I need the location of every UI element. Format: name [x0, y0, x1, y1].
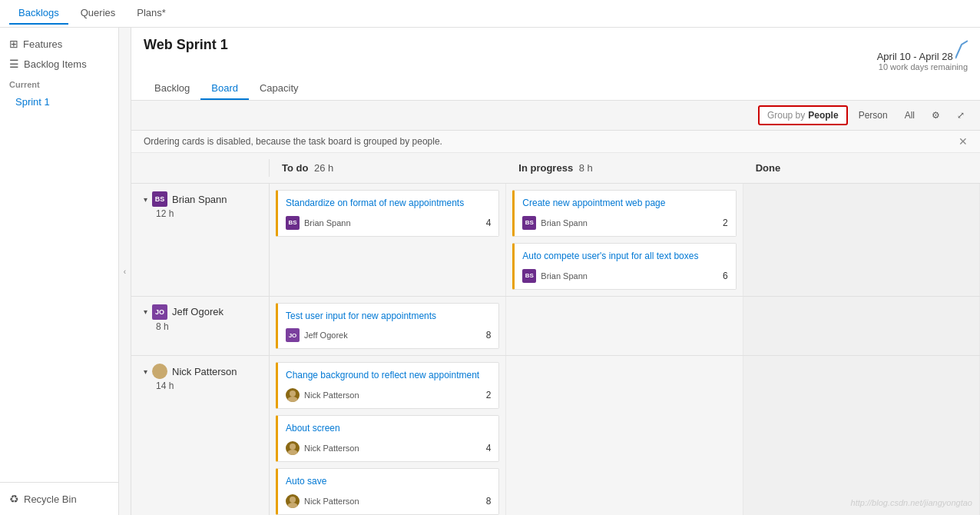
sprint-label: Sprint 1 — [15, 96, 50, 108]
nav-queries[interactable]: Queries — [71, 2, 125, 25]
board-notice-text: Ordering cards is disabled, because the … — [144, 136, 442, 147]
sidebar-current-section: Current — [0, 74, 118, 92]
person-sections: ▾ BS Brian Spann 12 h Standardize on for… — [131, 184, 980, 515]
work-days-remaining: 10 work days remaining — [877, 62, 968, 71]
done-column — [743, 356, 980, 515]
todo-column: Standardize on format of new appointment… — [270, 184, 506, 296]
col-header-inprogress: In progress 8 h — [506, 159, 743, 177]
features-icon: ⊞ — [9, 38, 18, 50]
sidebar-collapse-toggle[interactable]: ‹ — [119, 28, 131, 515]
inprogress-count: 8 h — [579, 162, 593, 174]
card-person: Nick Patterson — [304, 390, 482, 400]
person-board-columns: Standardize on format of new appointment… — [270, 184, 980, 296]
content-header: Web Sprint 1 April 10 - April 28 10 work… — [131, 28, 980, 101]
expand-icon[interactable]: ⤢ — [951, 107, 971, 124]
card-person: Jeff Ogorek — [304, 331, 482, 340]
person-board-columns: Test user input for new appointments JO … — [270, 297, 980, 356]
person-board-columns: Change background to reflect new appoint… — [270, 356, 980, 515]
card-person: Brian Spann — [541, 271, 718, 281]
page-title: Web Sprint 1 — [144, 37, 228, 53]
person-avatar: BS — [152, 191, 167, 207]
task-card[interactable]: Change background to reflect new appoint… — [276, 362, 499, 409]
person-hours: 14 h — [144, 380, 257, 391]
content-tabs: Backlog Board Capacity — [144, 78, 968, 100]
board-notice: Ordering cards is disabled, because the … — [131, 131, 980, 153]
card-points: 4 — [486, 218, 492, 228]
inprogress-column — [506, 297, 743, 356]
todo-column: Change background to reflect new appoint… — [270, 356, 506, 515]
person-row: ▾ JO Jeff Ogorek 8 h Test user input for… — [131, 297, 980, 357]
svg-point-0 — [156, 366, 164, 374]
person-name: Nick Patterson — [172, 366, 237, 377]
tab-backlog[interactable]: Backlog — [144, 78, 200, 100]
card-title: Auto compete user's input for all text b… — [522, 250, 727, 263]
person-hours: 8 h — [144, 321, 257, 332]
watermark: http://blog.csdn.net/jiangyongtao — [851, 498, 972, 507]
group-by-value: People — [808, 110, 838, 121]
nav-plans[interactable]: Plans* — [127, 2, 175, 25]
card-points: 2 — [486, 390, 492, 400]
card-title: About screen — [286, 422, 491, 435]
person-expand-arrow[interactable]: ▾ — [144, 195, 147, 204]
sprint-chart — [955, 37, 968, 60]
card-title: Standardize on format of new appointment… — [286, 197, 491, 210]
sidebar-item-backlog-items[interactable]: ☰ Backlog Items — [0, 54, 118, 74]
person-row: ▾ BS Brian Spann 12 h Standardize on for… — [131, 184, 980, 297]
task-card[interactable]: Create new appointment web page BS Brian… — [512, 190, 736, 237]
person-expand-arrow[interactable]: ▾ — [144, 307, 147, 316]
person-filter-button[interactable]: Person — [853, 107, 894, 124]
card-points: 8 — [486, 496, 492, 507]
svg-point-1 — [154, 373, 166, 379]
group-by-button[interactable]: Group by People — [758, 105, 848, 125]
recycle-bin-label: Recycle Bin — [24, 493, 77, 505]
date-range: April 10 - April 28 10 work days remaini… — [877, 37, 968, 71]
card-avatar: BS — [286, 216, 300, 230]
sidebar-item-sprint[interactable]: Sprint 1 — [0, 92, 118, 111]
person-photo-icon — [286, 388, 300, 402]
svg-point-2 — [290, 390, 296, 397]
sidebar-item-features[interactable]: ⊞ Features — [0, 34, 118, 54]
backlog-items-icon: ☰ — [9, 58, 19, 70]
todo-count: 26 h — [314, 162, 333, 174]
card-points: 8 — [486, 330, 492, 341]
settings-icon[interactable]: ⚙ — [925, 107, 946, 124]
card-title: Test user input for new appointments — [286, 310, 491, 323]
all-filter-button[interactable]: All — [899, 107, 921, 124]
card-title: Auto save — [286, 475, 491, 488]
svg-point-5 — [287, 450, 298, 455]
task-card[interactable]: About screen Nick Patterson 4 — [276, 415, 499, 462]
todo-column: Test user input for new appointments JO … — [270, 297, 506, 356]
person-photo-icon — [286, 494, 300, 508]
board-notice-close[interactable]: ✕ — [958, 135, 968, 148]
sidebar: ⊞ Features ☰ Backlog Items Current Sprin… — [0, 28, 119, 515]
svg-point-3 — [287, 397, 298, 402]
sidebar-item-recycle-bin[interactable]: ♻ Recycle Bin — [0, 489, 118, 509]
person-row: ▾ Nick Patterson 14 h Change background … — [131, 356, 980, 515]
nav-backlogs[interactable]: Backlogs — [9, 2, 68, 25]
sidebar-item-backlog-label: Backlog Items — [24, 58, 87, 70]
tab-board[interactable]: Board — [200, 78, 249, 100]
recycle-bin-icon: ♻ — [9, 493, 19, 505]
person-avatar — [152, 364, 167, 379]
toolbar: Group by People Person All ⚙ ⤢ — [131, 101, 980, 131]
done-column — [743, 184, 980, 296]
card-person: Brian Spann — [541, 218, 718, 228]
sidebar-item-features-label: Features — [23, 38, 62, 50]
board-area: To do 26 h In progress 8 h Done ▾ BS Bri… — [131, 153, 980, 515]
task-card[interactable]: Standardize on format of new appointment… — [276, 190, 499, 237]
person-expand-arrow[interactable]: ▾ — [144, 367, 147, 376]
task-card[interactable]: Auto compete user's input for all text b… — [512, 243, 736, 290]
task-card[interactable]: Auto save Nick Patterson 8 — [276, 468, 499, 515]
card-person: Nick Patterson — [304, 444, 482, 453]
top-nav: Backlogs Queries Plans* — [0, 0, 980, 28]
content-area: Web Sprint 1 April 10 - April 28 10 work… — [131, 28, 980, 515]
svg-point-6 — [290, 497, 296, 503]
card-avatar: JO — [286, 328, 300, 342]
task-card[interactable]: Test user input for new appointments JO … — [276, 303, 499, 350]
tab-capacity[interactable]: Capacity — [249, 78, 310, 100]
card-title: Change background to reflect new appoint… — [286, 369, 491, 382]
card-person: Nick Patterson — [304, 497, 482, 506]
card-points: 2 — [723, 218, 728, 228]
person-label: ▾ Nick Patterson 14 h — [131, 356, 270, 515]
inprogress-column: Create new appointment web page BS Brian… — [506, 184, 743, 296]
